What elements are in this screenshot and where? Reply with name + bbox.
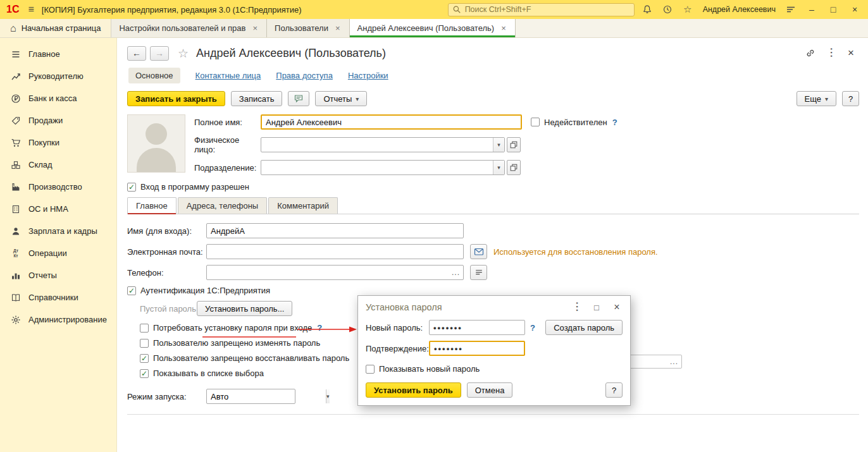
favorite-star-icon[interactable]: ☆ [178, 46, 189, 61]
chevron-down-icon[interactable]: ▾ [493, 161, 504, 174]
sidebar-item-payroll[interactable]: Зарплата и кадры [0, 220, 116, 242]
notifications-bell-icon[interactable] [640, 3, 655, 16]
tab-current-user[interactable]: Андрей Алексеевич (Пользователь) × [350, 19, 516, 37]
forbid-recover-checkbox[interactable]: ✓ [140, 354, 149, 363]
dialog-maximize-icon[interactable]: □ [591, 302, 602, 313]
tab-comment[interactable]: Комментарий [268, 197, 338, 214]
new-password-field[interactable] [429, 320, 525, 335]
confirm-password-field[interactable] [429, 341, 525, 356]
sidebar-item-fixed-assets[interactable]: ОС и НМА [0, 198, 116, 220]
search-input[interactable] [465, 5, 630, 14]
invalid-help-icon[interactable]: ? [612, 118, 617, 127]
forbid-change-checkbox[interactable] [140, 339, 149, 348]
dialog-set-password-button[interactable]: Установить пароль [366, 382, 461, 398]
sidebar-item-operations[interactable]: ДтКт Операции [0, 242, 116, 264]
close-window-button[interactable]: × [846, 2, 863, 17]
tab-addresses[interactable]: Адреса, телефоны [178, 197, 268, 214]
create-password-button[interactable]: Создать пароль [545, 320, 623, 335]
run-mode-combo[interactable]: ▾ [206, 389, 295, 404]
save-button[interactable]: Записать [231, 91, 283, 106]
login-allowed-checkbox[interactable]: ✓ [127, 183, 136, 192]
sidebar-item-main[interactable]: Главное [0, 43, 116, 65]
sidebar-item-production[interactable]: Производство [0, 176, 116, 198]
sidebar-item-manager[interactable]: Руководителю [0, 65, 116, 87]
phone-extra-button[interactable] [470, 265, 487, 280]
history-icon[interactable] [660, 3, 675, 16]
dt-kt-icon: ДтКт [10, 248, 22, 259]
service-settings-icon[interactable] [783, 3, 798, 16]
forward-button[interactable]: → [150, 46, 169, 61]
set-password-button[interactable]: Установить пароль... [197, 301, 292, 316]
section-main[interactable]: Основное [128, 68, 180, 83]
tab-user-settings[interactable]: Настройки пользователей и прав × [111, 19, 267, 37]
person-open-button[interactable] [507, 137, 521, 152]
more-menu-icon[interactable]: ··· [822, 46, 839, 61]
sidebar-label: Банк и касса [28, 94, 77, 103]
reports-button[interactable]: Отчеты ▾ [315, 91, 367, 106]
require-password-checkbox[interactable] [140, 324, 149, 333]
chevron-down-icon[interactable]: ▾ [326, 389, 330, 403]
sidebar-item-directories[interactable]: Справочники [0, 286, 116, 308]
section-contacts[interactable]: Контактные лица [195, 71, 261, 80]
dialog-close-icon[interactable]: × [611, 302, 623, 313]
dialog-more-icon[interactable]: ··· [571, 302, 582, 313]
sidebar-item-warehouse[interactable]: Склад [0, 154, 116, 176]
department-field[interactable] [261, 161, 493, 174]
sidebar-item-bank[interactable]: Банк и касса [0, 87, 116, 109]
app-window: 1С ≡ [КОПИЯ] Бухгалтерия предприятия, ре… [0, 0, 868, 452]
send-email-button[interactable] [470, 244, 487, 259]
password-help-icon[interactable]: ? [530, 323, 535, 333]
show-in-list-checkbox[interactable]: ✓ [140, 369, 149, 378]
close-tab-icon[interactable]: × [334, 23, 342, 33]
close-tab-icon[interactable]: × [252, 23, 259, 33]
minimize-button[interactable]: – [803, 2, 820, 17]
auth-1c-checkbox[interactable]: ✓ [127, 286, 136, 295]
favorites-star-icon[interactable]: ☆ [680, 3, 695, 16]
maximize-button[interactable]: □ [825, 2, 841, 17]
sidebar-label: ОС и НМА [28, 204, 68, 214]
ellipsis-button[interactable]: ... [667, 357, 681, 366]
invalid-checkbox[interactable] [531, 118, 540, 126]
close-tab-icon[interactable]: × [500, 23, 507, 33]
phone-field[interactable] [207, 268, 449, 278]
close-form-icon[interactable]: × [843, 46, 859, 61]
home-tab[interactable]: ⌂ Начальная страница [0, 19, 111, 37]
dialog-help-button[interactable]: ? [605, 382, 623, 398]
email-field[interactable] [206, 244, 464, 259]
full-name-field[interactable] [261, 114, 522, 130]
save-and-close-button[interactable]: Записать и закрыть [127, 91, 225, 106]
run-mode-field[interactable] [207, 389, 326, 403]
department-combo[interactable]: ▾ [261, 160, 505, 175]
phone-ellipsis-button[interactable]: ... [449, 268, 463, 277]
dialog-cancel-button[interactable]: Отмена [467, 382, 513, 398]
show-password-checkbox[interactable] [366, 365, 375, 374]
building-icon [10, 204, 22, 214]
back-button[interactable]: ← [127, 46, 146, 61]
section-settings[interactable]: Настройки [348, 71, 388, 80]
section-access-rights[interactable]: Права доступа [276, 71, 333, 80]
main-menu-icon[interactable]: ≡ [25, 4, 36, 15]
login-allowed-row[interactable]: ✓ Вход в программу разрешен [127, 182, 859, 192]
global-search[interactable] [448, 3, 635, 16]
sidebar-item-reports[interactable]: Отчеты [0, 264, 116, 286]
invalid-checkbox-group[interactable]: Недействителен ? [531, 118, 617, 127]
trend-chart-icon [10, 71, 22, 82]
show-password-row[interactable]: Показывать новый пароль [366, 364, 623, 374]
help-button[interactable]: ? [842, 91, 859, 106]
sidebar-item-administration[interactable]: Администрирование [0, 308, 116, 331]
chevron-down-icon[interactable]: ▾ [493, 138, 504, 152]
sidebar-item-sales[interactable]: Продажи [0, 109, 116, 131]
department-open-button[interactable] [507, 160, 521, 175]
more-button[interactable]: Еще ▾ [797, 91, 836, 106]
auth-1c-row[interactable]: ✓ Аутентификация 1С:Предприятия [127, 286, 859, 295]
person-field[interactable] [261, 138, 493, 152]
tab-main[interactable]: Главное [127, 197, 177, 214]
get-link-icon[interactable] [802, 46, 819, 61]
comment-button[interactable] [288, 91, 309, 106]
tab-users[interactable]: Пользователи × [267, 19, 349, 37]
login-name-field[interactable] [206, 223, 464, 238]
sidebar-item-purchases[interactable]: Покупки [0, 131, 116, 154]
current-user-name[interactable]: Андрей Алексеевич [700, 5, 778, 14]
option-help-icon[interactable]: ? [317, 323, 322, 333]
person-combo[interactable]: ▾ [261, 137, 505, 152]
